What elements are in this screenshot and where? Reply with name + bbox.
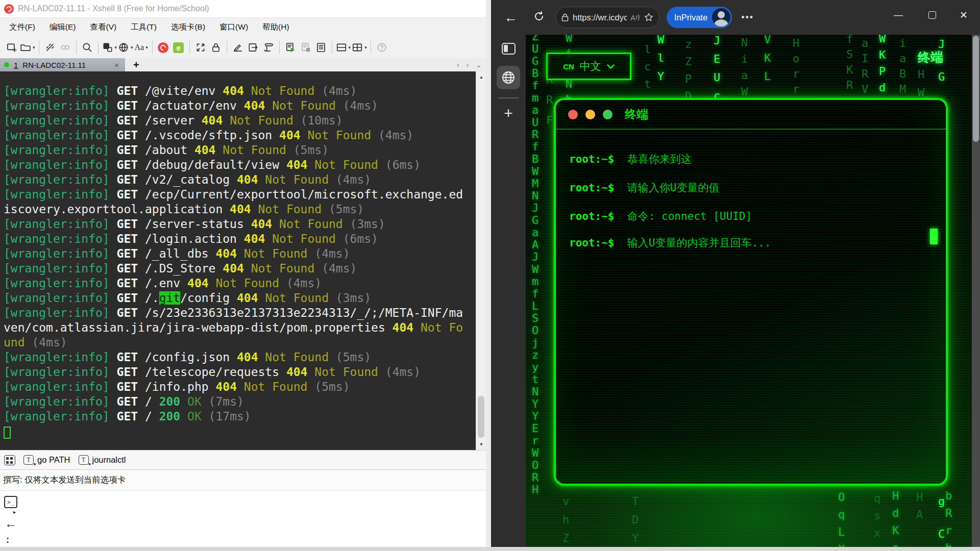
split-pane-icon[interactable]: ▾ bbox=[336, 40, 351, 55]
menu-item-1[interactable]: 编辑(E) bbox=[50, 22, 76, 33]
language-selector[interactable]: CN 中文 bbox=[546, 53, 631, 80]
profile-avatar[interactable] bbox=[712, 8, 730, 27]
tab-index: 1 bbox=[14, 61, 18, 69]
tab-nav: ‹ › ⌄ bbox=[457, 58, 482, 71]
compose-input-area[interactable]: >_ ▸ ← : bbox=[0, 491, 486, 547]
compose-expand-icon[interactable]: ▸ bbox=[13, 509, 16, 515]
sidebar-globe-selected[interactable] bbox=[497, 66, 520, 89]
matrix-column: f S K R bbox=[846, 35, 853, 93]
xftp-icon[interactable]: e bbox=[172, 40, 186, 55]
tab-list-icon[interactable]: ⌄ bbox=[476, 61, 482, 69]
favorites-star-icon[interactable] bbox=[644, 12, 654, 22]
log-line: [wrangler:info] GET /@vite/env 404 Not F… bbox=[4, 84, 476, 98]
new-session-icon[interactable] bbox=[5, 40, 19, 55]
lock-keyboard-icon[interactable] bbox=[209, 40, 223, 55]
reconnect-icon[interactable] bbox=[58, 40, 72, 55]
dropdown-caret-icon[interactable]: ▾ bbox=[33, 45, 35, 50]
dropdown-caret-icon[interactable]: ▾ bbox=[349, 45, 351, 50]
dropdown-caret-icon[interactable]: ▾ bbox=[145, 45, 148, 50]
browser-scrollbar[interactable] bbox=[972, 35, 980, 547]
close-button[interactable]: ✕ bbox=[949, 0, 978, 30]
matrix-terminal-page: Z U G B f m a U R f B W M N J G a A J W … bbox=[526, 35, 972, 547]
chevron-down-icon bbox=[607, 62, 615, 71]
font-icon[interactable]: Aa▾ bbox=[134, 40, 149, 55]
menu-item-2[interactable]: 查看(V) bbox=[90, 22, 116, 33]
terminal-output[interactable]: [wrangler:info] GET /@vite/env 404 Not F… bbox=[0, 71, 476, 450]
web-terminal-cursor bbox=[930, 229, 938, 244]
sidebar-add-icon[interactable]: + bbox=[504, 106, 513, 121]
menu-item-0[interactable]: 文件(F) bbox=[9, 22, 35, 33]
find-icon[interactable] bbox=[80, 40, 94, 55]
compose-back-arrow-icon[interactable]: ← bbox=[5, 516, 17, 531]
language-code: CN bbox=[563, 62, 574, 71]
xshell-titlebar: RN-LADC02-11.11 - Xshell 8 (Free for Hom… bbox=[0, 0, 486, 17]
traffic-red-dot[interactable] bbox=[568, 110, 578, 119]
dropdown-caret-icon[interactable]: ▾ bbox=[131, 45, 133, 50]
tab-actions-icon[interactable] bbox=[502, 43, 516, 55]
dropdown-caret-icon[interactable]: ▾ bbox=[364, 45, 367, 50]
log-line: [wrangler:info] GET / 200 OK (17ms) bbox=[4, 409, 476, 424]
traffic-yellow-dot[interactable] bbox=[585, 110, 595, 119]
open-session-icon[interactable]: ▾ bbox=[20, 40, 35, 55]
url-text[interactable]: https://wr.icdyct.netli... bbox=[573, 13, 627, 22]
log-line: [wrangler:info] GET /login.action 404 No… bbox=[4, 232, 476, 246]
scroll-buffer-icon[interactable] bbox=[261, 40, 276, 55]
send-text-icon[interactable] bbox=[246, 40, 260, 55]
traffic-green-dot[interactable] bbox=[603, 110, 612, 119]
matrix-column: H d K s X bbox=[892, 487, 899, 547]
quick-command-label: journalctl bbox=[92, 455, 126, 465]
stop-script-icon[interactable] bbox=[299, 40, 313, 55]
menu-item-5[interactable]: 窗口(W) bbox=[219, 22, 248, 33]
tab-scroll-left-icon[interactable]: ‹ bbox=[457, 61, 459, 69]
xshell-home-icon[interactable] bbox=[156, 40, 170, 55]
toolbar-separator bbox=[279, 41, 280, 54]
browser-scrollbar-thumb[interactable] bbox=[973, 36, 979, 142]
browser-refresh-icon[interactable] bbox=[533, 10, 545, 24]
toolbar-separator bbox=[39, 41, 39, 54]
address-bar[interactable]: https://wr.icdyct.netli... A bbox=[555, 7, 659, 28]
inprivate-badge[interactable]: InPrivate bbox=[667, 7, 732, 28]
log-line: [wrangler:info] GET /s/23e2336313e213731… bbox=[4, 306, 476, 320]
log-line: [wrangler:info] GET /v2/_catalog 404 Not… bbox=[4, 172, 476, 187]
fullscreen-icon[interactable] bbox=[193, 40, 208, 55]
dropdown-caret-icon[interactable]: ▾ bbox=[115, 45, 117, 50]
compose-terminal-icon[interactable]: >_ bbox=[4, 496, 17, 508]
tile-layout-icon[interactable]: ▾ bbox=[352, 40, 367, 55]
scroll-up-icon[interactable]: ▲ bbox=[476, 72, 486, 82]
matrix-column: W K P d bbox=[879, 35, 886, 96]
tab-close-icon[interactable]: × bbox=[112, 61, 121, 69]
minimize-button[interactable]: — bbox=[884, 0, 913, 30]
prompt-line: root:~$ 请输入你U变量的值 bbox=[569, 181, 719, 195]
maximize-icon bbox=[928, 11, 936, 19]
terminal-cursor bbox=[4, 427, 11, 439]
quick-command-grid-icon[interactable] bbox=[4, 455, 15, 465]
scroll-down-icon[interactable]: ▼ bbox=[476, 440, 486, 449]
web-terminal-header: 终端 bbox=[556, 100, 946, 130]
run-script-icon[interactable] bbox=[283, 40, 298, 55]
session-log-icon[interactable] bbox=[314, 40, 328, 55]
read-aloud-icon[interactable]: A bbox=[630, 13, 640, 22]
settings-menu-icon[interactable]: ••• bbox=[741, 12, 754, 23]
disconnect-icon[interactable] bbox=[43, 40, 57, 55]
session-pane-icon[interactable]: ▾ bbox=[102, 40, 117, 55]
prompt-message: 恭喜你来到这 bbox=[627, 153, 692, 165]
terminal-scrollbar[interactable]: ▲ ▼ bbox=[476, 71, 486, 450]
menu-item-6[interactable]: 帮助(H) bbox=[262, 22, 289, 33]
scrollbar-thumb[interactable] bbox=[478, 396, 484, 438]
menu-item-3[interactable]: 工具(T) bbox=[131, 22, 157, 33]
shell-prompt: root:~$ bbox=[569, 153, 627, 165]
encoding-globe-icon[interactable]: ▾ bbox=[118, 40, 133, 55]
quick-command-journalctl[interactable]: Tjournalctl bbox=[79, 455, 126, 465]
new-tab-button[interactable]: + bbox=[133, 59, 139, 71]
session-tab[interactable]: 1 RN-LADC02-11.11 × bbox=[0, 58, 125, 71]
xshell-window-title: RN-LADC02-11.11 - Xshell 8 (Free for Hom… bbox=[18, 4, 209, 13]
menu-item-4[interactable]: 选项卡(B) bbox=[171, 22, 205, 33]
tab-scroll-right-icon[interactable]: › bbox=[467, 61, 469, 69]
xshell-tabbar: 1 RN-LADC02-11.11 × + ‹ › ⌄ bbox=[0, 58, 486, 71]
matrix-column: v h Z r bbox=[562, 492, 569, 547]
help-select-icon[interactable] bbox=[375, 40, 389, 55]
compose-pen-icon[interactable] bbox=[231, 40, 245, 55]
browser-back-icon[interactable]: ← bbox=[504, 10, 518, 26]
maximize-button[interactable] bbox=[918, 0, 946, 30]
quick-command-go-path[interactable]: Tgo PATH bbox=[23, 455, 70, 465]
